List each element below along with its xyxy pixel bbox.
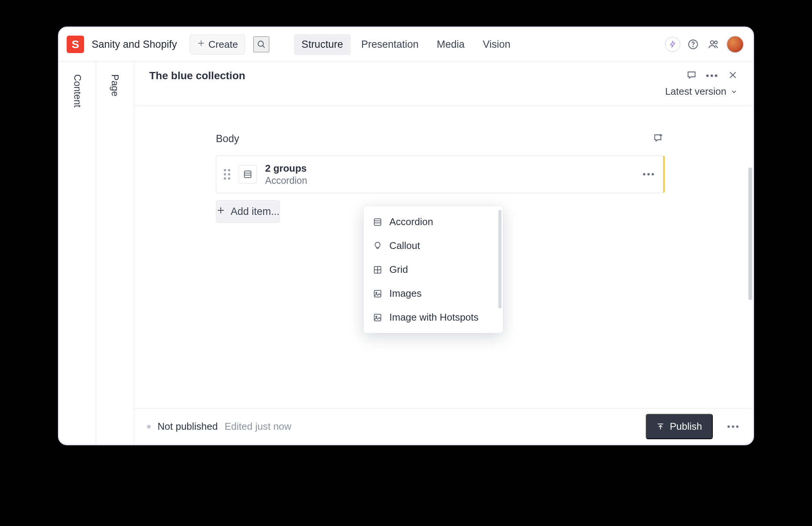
plus-icon — [197, 39, 205, 50]
bolt-icon — [669, 41, 676, 48]
body-field-header: Body — [216, 133, 664, 145]
version-selector[interactable]: Latest version — [665, 86, 738, 97]
accordion-type-icon — [239, 165, 257, 183]
field-comment-button[interactable] — [653, 133, 664, 145]
menu-option-image-hotspots[interactable]: Image with Hotspots — [364, 305, 503, 329]
menu-scrollbar[interactable] — [498, 210, 501, 308]
menu-option-images[interactable]: Images — [364, 282, 503, 305]
array-item-menu-button[interactable]: ••• — [643, 169, 656, 180]
menu-option-label: Grid — [389, 264, 408, 276]
menu-option-accordion[interactable]: Accordion — [364, 210, 503, 234]
image-icon — [373, 289, 383, 299]
close-button[interactable] — [728, 70, 738, 81]
add-item-button-label: Add item... — [231, 206, 280, 218]
menu-option-label: Image with Hotspots — [389, 312, 479, 323]
svg-point-5 — [693, 46, 693, 47]
array-item-text: 2 groups Accordion — [265, 163, 307, 186]
image-icon — [373, 313, 383, 322]
search-button[interactable] — [253, 36, 269, 52]
document-footer: Not published Edited just now Publish ••… — [134, 409, 753, 444]
help-icon — [688, 39, 698, 50]
svg-rect-23 — [374, 290, 381, 297]
add-item-button[interactable]: Add item... — [216, 200, 280, 223]
document-menu-button[interactable]: ••• — [706, 70, 719, 81]
top-bar-right — [665, 36, 744, 53]
ai-sparkle-button[interactable] — [665, 37, 680, 52]
close-icon — [728, 70, 738, 80]
tab-media[interactable]: Media — [429, 34, 472, 55]
rail-page[interactable]: Page — [96, 61, 134, 444]
comment-icon — [686, 70, 697, 80]
tab-vision[interactable]: Vision — [475, 34, 518, 55]
svg-rect-25 — [374, 314, 381, 321]
workspace-name[interactable]: Sanity and Shopify — [92, 39, 177, 50]
chevron-down-icon — [730, 88, 738, 95]
document-header: The blue collection ••• — [134, 61, 753, 86]
search-icon — [256, 39, 266, 49]
body-layout: Content Page The blue collection ••• — [59, 61, 753, 444]
array-item-subtitle: Accordion — [265, 175, 307, 186]
svg-rect-12 — [244, 171, 251, 177]
tab-presentation[interactable]: Presentation — [354, 34, 426, 55]
publish-button[interactable]: Publish — [646, 414, 713, 439]
menu-option-label: Images — [389, 288, 422, 299]
tab-structure[interactable]: Structure — [294, 34, 351, 55]
presence-button[interactable] — [706, 37, 721, 52]
version-row: Latest version — [134, 86, 753, 106]
document-title: The blue collection — [149, 70, 245, 82]
version-selector-label: Latest version — [665, 86, 726, 97]
editor-area: Body 2 groups Accordion — [134, 106, 753, 409]
publish-button-label: Publish — [670, 421, 702, 432]
comment-add-icon — [653, 133, 664, 143]
edited-status: Edited just now — [225, 421, 291, 432]
list-rows-icon — [373, 217, 383, 227]
comments-button[interactable] — [686, 70, 697, 82]
main-scrollbar[interactable] — [748, 168, 752, 300]
body-field-label: Body — [216, 133, 239, 145]
array-item-accordion[interactable]: 2 groups Accordion ••• — [216, 155, 664, 193]
list-rows-icon — [243, 169, 253, 179]
menu-option-callout[interactable]: Callout — [364, 234, 503, 258]
help-button[interactable] — [686, 37, 701, 52]
svg-point-2 — [258, 41, 264, 46]
lightbulb-icon — [373, 241, 383, 251]
rail-content[interactable]: Content — [59, 61, 96, 444]
svg-point-6 — [710, 41, 714, 44]
rail-page-label: Page — [109, 74, 120, 96]
add-item-menu: Accordion Callout Grid Images — [364, 206, 503, 333]
users-icon — [708, 39, 719, 50]
menu-option-label: Accordion — [389, 216, 433, 228]
drag-handle-icon[interactable] — [224, 169, 230, 180]
app-window: S Sanity and Shopify Create Structure Pr… — [58, 27, 754, 445]
document-header-actions: ••• — [686, 70, 738, 82]
plus-icon — [216, 206, 225, 218]
svg-point-24 — [376, 292, 377, 293]
sanity-logo-icon: S — [67, 36, 84, 53]
rail-content-label: Content — [72, 74, 83, 108]
menu-option-grid[interactable]: Grid — [364, 258, 503, 282]
array-item-title: 2 groups — [265, 163, 307, 174]
svg-line-3 — [263, 45, 265, 47]
svg-rect-17 — [374, 219, 381, 225]
svg-point-26 — [376, 316, 377, 317]
create-button[interactable]: Create — [190, 34, 245, 55]
top-bar: S Sanity and Shopify Create Structure Pr… — [59, 28, 753, 61]
nav-tabs: Structure Presentation Media Vision — [294, 34, 518, 55]
grid-icon — [373, 265, 383, 275]
publish-arrow-icon — [656, 423, 665, 431]
publish-status: Not published — [158, 421, 218, 432]
avatar[interactable] — [726, 36, 744, 53]
main-pane: The blue collection ••• Latest version — [134, 61, 753, 444]
status-dot-icon — [147, 425, 151, 429]
menu-option-label: Callout — [389, 240, 420, 252]
footer-more-button[interactable]: ••• — [727, 421, 740, 432]
svg-point-7 — [715, 41, 718, 44]
create-button-label: Create — [208, 39, 238, 50]
